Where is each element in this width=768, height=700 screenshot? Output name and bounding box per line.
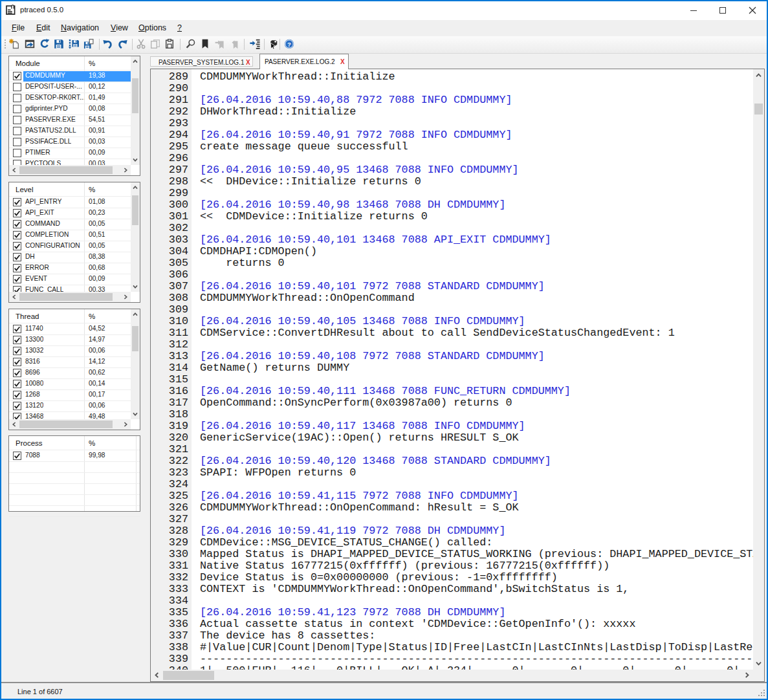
svg-text:?: ? xyxy=(287,41,291,48)
